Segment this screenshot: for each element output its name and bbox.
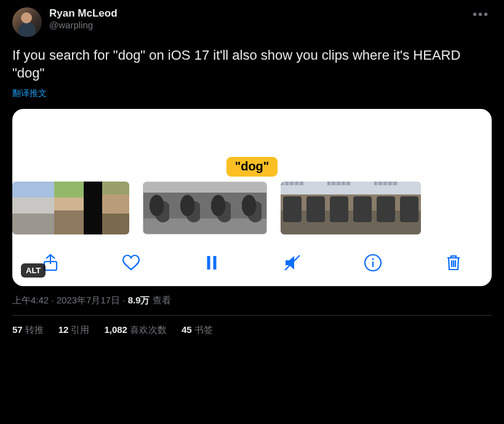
stat-label: 书签 <box>194 324 213 335</box>
stat-bookmarks[interactable]: 45书签 <box>182 324 213 336</box>
speaker-muted-icon <box>282 253 302 273</box>
clip-frame <box>143 182 174 234</box>
clip-frame <box>12 182 33 234</box>
meta-time[interactable]: 上午4:42 <box>12 295 49 305</box>
info-icon <box>363 253 383 273</box>
tweet-text: If you search for "dog" on iOS 17 it'll … <box>12 47 492 82</box>
like-button[interactable] <box>119 250 143 275</box>
clip-frame <box>374 182 398 234</box>
clip-frame <box>174 182 205 234</box>
clip-frame <box>205 182 236 234</box>
pause-button[interactable] <box>199 250 224 275</box>
tweet-header: Ryan McLeod @warpling ••• <box>12 7 492 37</box>
clip-frame <box>236 182 266 234</box>
heart-icon <box>121 253 141 273</box>
clip-frame <box>54 182 84 234</box>
stat-quotes[interactable]: 12引用 <box>58 324 90 336</box>
pause-icon <box>202 253 222 273</box>
clip-frame <box>351 182 374 234</box>
stat-label: 引用 <box>71 324 89 335</box>
views-count: 8.9万 <box>128 295 150 305</box>
alt-badge[interactable]: ALT <box>21 263 46 278</box>
meta-separator: · <box>49 295 57 305</box>
stat-count: 45 <box>182 324 192 335</box>
timeline-scrubber[interactable] <box>12 182 492 238</box>
meta-separator: · <box>120 295 128 305</box>
tweet-container: Ryan McLeod @warpling ••• If you search … <box>0 0 504 336</box>
mute-button[interactable] <box>280 250 305 275</box>
meta-date[interactable]: 2023年7月17日 <box>57 295 120 305</box>
stats-row: 57转推 12引用 1,082喜欢次数 45书签 <box>12 324 492 336</box>
delete-button[interactable] <box>441 250 466 275</box>
display-name: Ryan McLeod <box>49 7 470 20</box>
media-toolbar <box>12 238 492 279</box>
media-card[interactable]: "dog" <box>12 109 492 286</box>
views-label: 查看 <box>153 295 171 305</box>
media-top-spacer <box>12 109 492 157</box>
stat-retweets[interactable]: 57转推 <box>12 324 44 336</box>
divider <box>12 315 492 316</box>
clip-thumbnail-group[interactable] <box>12 182 129 234</box>
clip-frame <box>398 182 421 234</box>
clip-frame <box>327 182 351 234</box>
tweet-meta: 上午4:42 · 2023年7月17日 · 8.9万 查看 <box>12 295 492 306</box>
info-button[interactable] <box>361 250 385 275</box>
stat-label: 转推 <box>25 324 44 335</box>
stat-label: 喜欢次数 <box>130 324 167 335</box>
stat-count: 57 <box>12 324 23 335</box>
clip-frame <box>304 182 327 234</box>
caption-bubble: "dog" <box>226 157 278 177</box>
clip-frame <box>102 182 129 234</box>
stat-likes[interactable]: 1,082喜欢次数 <box>104 324 167 336</box>
svg-point-5 <box>372 258 374 260</box>
avatar[interactable] <box>12 7 42 37</box>
trash-icon <box>444 253 463 273</box>
clip-frame <box>281 182 304 234</box>
clip-frame <box>84 182 102 234</box>
clip-thumbnail-group[interactable] <box>143 182 267 234</box>
stat-count: 1,082 <box>104 324 127 335</box>
handle: @warpling <box>49 20 470 30</box>
clip-thumbnail-group[interactable] <box>281 182 421 234</box>
caption-bubble-row: "dog" <box>12 157 492 177</box>
clip-frame <box>33 182 54 234</box>
more-icon[interactable]: ••• <box>470 7 492 22</box>
stat-count: 12 <box>58 324 69 335</box>
author-names[interactable]: Ryan McLeod @warpling <box>49 7 470 30</box>
translate-link[interactable]: 翻译推文 <box>12 88 492 99</box>
